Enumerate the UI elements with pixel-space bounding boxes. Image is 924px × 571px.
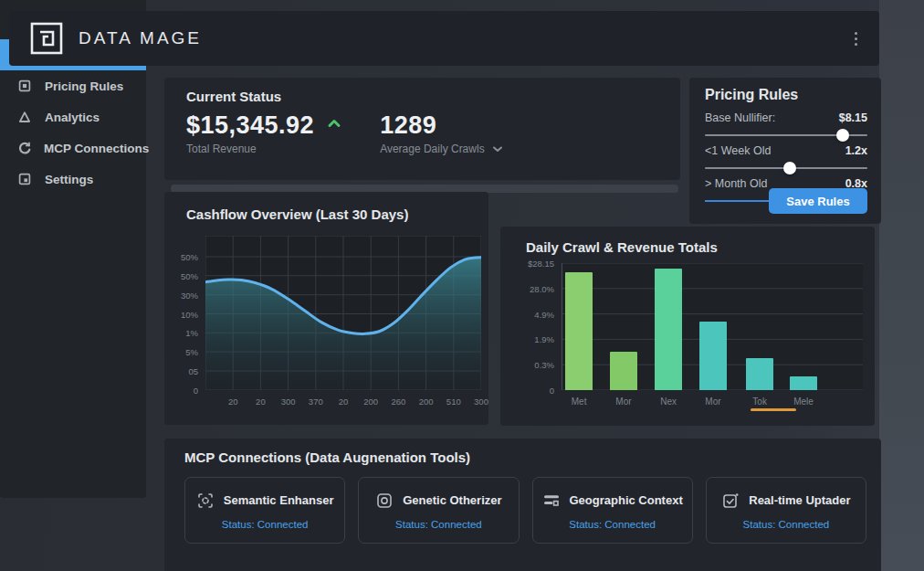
status-stats: $15,345.92 Total Revenue 1289 Average Da… bbox=[186, 111, 503, 155]
pricing-rules-panel: Pricing Rules Base Nullifier:$8.15<1 Wee… bbox=[689, 78, 881, 224]
slider-value: $8.15 bbox=[839, 111, 867, 124]
sidebar-item-label: Analytics bbox=[45, 111, 100, 124]
slider-thumb[interactable] bbox=[783, 162, 796, 174]
slider-thumb[interactable] bbox=[836, 129, 849, 142]
triangle-icon bbox=[17, 110, 33, 125]
slider-label: > Month Old bbox=[705, 177, 767, 190]
mcp-card-real-time-uptader[interactable]: Real-time UptaderStatus: Connected bbox=[706, 477, 866, 544]
bar-x-label: Mele bbox=[793, 397, 814, 407]
cashflow-x-tick: 200 bbox=[419, 397, 434, 407]
daily-crawls-value: 1289 bbox=[380, 111, 503, 140]
cashflow-chart-panel: Cashflow Overview (Last 30 Days) 50%50%3… bbox=[164, 192, 488, 425]
kebab-menu-icon[interactable] bbox=[849, 26, 863, 51]
bar-label-highlight-underline bbox=[751, 408, 796, 411]
mcp-card-name: Geographic Context bbox=[570, 493, 683, 507]
bar-nex bbox=[655, 269, 682, 390]
sidebar-item-label: Settings bbox=[45, 173, 93, 186]
sidebar-item-analytics[interactable]: Analytics bbox=[0, 101, 146, 132]
daily-crawls-stat: 1289 Average Daily Crawls bbox=[380, 111, 503, 155]
mcp-connections-title: MCP Connections (Data Augnenation Tools) bbox=[184, 449, 866, 465]
mcp-card-status: Status: Connected bbox=[569, 519, 656, 530]
header-bar: DATA MAGE bbox=[9, 11, 879, 66]
pricing-slider-row: Base Nullifier:$8.15 bbox=[705, 111, 867, 136]
bar-chart-panel: Daily Crawl & Revenue Totals $28.1528.0%… bbox=[500, 227, 875, 426]
focus-scan-icon bbox=[196, 492, 215, 510]
mcp-card-name: Real-time Uptader bbox=[749, 493, 850, 507]
slider-label-row: <1 Week Old1.2x bbox=[705, 144, 867, 157]
cashflow-chart-title: Cashflow Overview (Last 30 Days) bbox=[186, 206, 408, 222]
slider-label: <1 Week Old bbox=[705, 144, 771, 157]
data-mage-dashboard: DATA MAGE DashboardDashboardPricing Rule… bbox=[0, 0, 924, 571]
cashflow-x-tick: 300 bbox=[474, 397, 488, 407]
slider-track[interactable] bbox=[705, 134, 867, 136]
cashflow-x-tick: 510 bbox=[446, 397, 461, 407]
bar-x-label: Mor bbox=[705, 397, 720, 407]
slider-label: Base Nullifier: bbox=[705, 111, 775, 124]
sidebar-item-mcp-connections[interactable]: MCP Connections bbox=[0, 132, 146, 164]
pricing-slider-row: <1 Week Old1.2x bbox=[705, 144, 867, 169]
mcp-card-name: Semantic Enhanser bbox=[224, 493, 334, 507]
layers-list-icon bbox=[542, 492, 561, 510]
bar-chart-y-tick: 4.9% bbox=[534, 309, 554, 319]
settings-icon bbox=[17, 172, 33, 187]
sidebar-item-label: Pricing Rules bbox=[45, 79, 123, 93]
bar-mele bbox=[790, 376, 817, 390]
mcp-connections-panel: MCP Connections (Data Augnenation Tools)… bbox=[164, 439, 881, 571]
sidebar-item-settings[interactable]: Settings bbox=[0, 164, 146, 195]
mcp-card-name: Genetic Otherizer bbox=[403, 493, 501, 507]
trend-up-icon bbox=[327, 118, 341, 129]
pricing-rules-title: Pricing Rules bbox=[705, 87, 867, 103]
cashflow-x-tick: 20 bbox=[256, 397, 266, 407]
bar-met bbox=[565, 272, 593, 390]
save-rules-button[interactable]: Save Rules bbox=[769, 188, 867, 214]
mcp-card-status: Status: Connected bbox=[395, 519, 482, 530]
daily-crawls-label: Average Daily Crawls bbox=[380, 143, 485, 155]
mcp-card-header: Real-time Uptader bbox=[721, 492, 850, 510]
mcp-card-semantic-enhanser[interactable]: Semantic EnhanserStatus: Connected bbox=[184, 477, 345, 544]
current-status-panel: Current Status $15,345.92 Total Revenue … bbox=[164, 78, 680, 180]
cashflow-x-tick: 370 bbox=[309, 397, 323, 407]
camera-square-icon bbox=[375, 492, 394, 510]
mcp-card-genetic-otherizer[interactable]: Genetic OtherizerStatus: Connected bbox=[358, 477, 519, 544]
bar-chart-y-tick: 28.0% bbox=[530, 283, 554, 293]
cashflow-x-tick: 20 bbox=[228, 397, 238, 407]
cashflow-x-tick: 300 bbox=[281, 397, 296, 407]
bar-x-label: Tok bbox=[752, 397, 767, 407]
cashflow-y-tick: 30% bbox=[181, 290, 198, 300]
bar-chart-title: Daily Crawl & Revenue Totals bbox=[526, 239, 718, 255]
page-background-band bbox=[879, 0, 924, 571]
square-icon bbox=[17, 79, 33, 94]
slider-track[interactable] bbox=[705, 167, 867, 169]
mcp-card-status: Status: Connected bbox=[222, 519, 309, 530]
bar-chart-y-tick: 0 bbox=[550, 386, 554, 396]
mcp-cards-row: Semantic EnhanserStatus: ConnectedGeneti… bbox=[184, 477, 866, 544]
slider-label-row: Base Nullifier:$8.15 bbox=[705, 111, 867, 124]
mcp-card-header: Semantic Enhanser bbox=[196, 492, 334, 510]
checkbox-check-icon bbox=[721, 492, 740, 510]
bar-chart-y-tick: $28.15 bbox=[528, 259, 554, 269]
bar-chart-plot-area: $28.1528.0%4.9%1.9%0.3%0MetMorNexMorTokM… bbox=[562, 263, 863, 390]
sidebar-item-label: MCP Connections bbox=[44, 142, 149, 155]
cashflow-plot-area: 50%50%30%10%1%5%050202030037020200260200… bbox=[205, 236, 481, 390]
mcp-card-header: Geographic Context bbox=[542, 492, 683, 510]
cashflow-y-tick: 50% bbox=[181, 251, 198, 261]
slider-value: 1.2x bbox=[845, 144, 867, 157]
mcp-card-status: Status: Connected bbox=[743, 519, 830, 530]
bar-tok bbox=[746, 358, 773, 390]
mcp-card-header: Genetic Otherizer bbox=[375, 492, 501, 510]
cashflow-y-tick: 05 bbox=[188, 366, 198, 376]
cashflow-y-tick: 0 bbox=[194, 386, 198, 396]
bar-x-label: Met bbox=[572, 397, 587, 407]
cashflow-area-chart bbox=[205, 236, 481, 390]
total-revenue-stat: $15,345.92 Total Revenue bbox=[186, 111, 314, 155]
bar-chart-y-tick: 1.9% bbox=[534, 334, 554, 344]
cashflow-y-tick: 5% bbox=[185, 347, 198, 357]
chevron-down-icon[interactable] bbox=[492, 145, 503, 153]
bar-x-label: Mor bbox=[615, 397, 631, 407]
bar-chart-y-tick: 0.3% bbox=[534, 360, 554, 370]
sidebar-item-pricing-rules[interactable]: Pricing Rules bbox=[0, 70, 146, 101]
current-status-title: Current Status bbox=[186, 89, 281, 104]
total-revenue-value: $15,345.92 bbox=[186, 111, 314, 140]
cashflow-x-tick: 200 bbox=[363, 397, 378, 407]
mcp-card-geographic-context[interactable]: Geographic ContextStatus: Connected bbox=[532, 477, 693, 544]
